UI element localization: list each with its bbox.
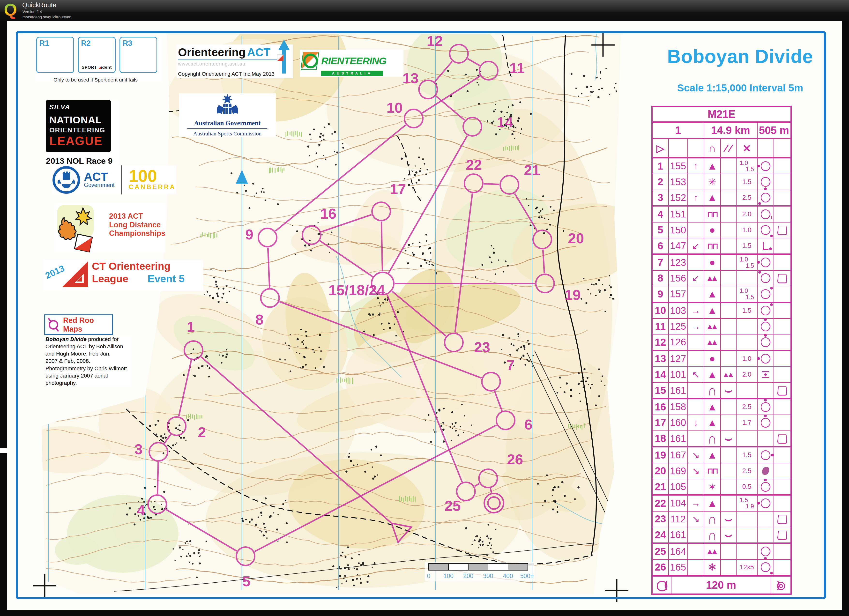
control-cell (721, 559, 737, 575)
app-version: Version 2.4 (22, 10, 42, 14)
control-cell: ⊓⊓ (704, 463, 721, 478)
control-cell: ⊓⊓ (704, 238, 721, 253)
control-cell (758, 463, 774, 478)
control-number: 8 (652, 271, 669, 286)
control-code: 155 (669, 158, 688, 174)
relay-box-label: R2 (81, 39, 91, 48)
feature-symbol: ▲ (707, 192, 717, 203)
feature-symbol: ⊓⊓ (707, 241, 717, 251)
sportident-logo: SPORT ◢ident (79, 65, 115, 70)
control-number: 17 (652, 415, 669, 430)
credits-line: and Hugh Moore, Feb-Jun, (45, 350, 131, 357)
scan-notch (0, 448, 7, 453)
hill-icon: ∩ (704, 139, 721, 157)
feature-symbol: ⊓⊓ (707, 210, 717, 219)
control-cell: ▲▲ (704, 544, 721, 559)
feature-symbol: ⌣ (724, 432, 732, 445)
control-number: 12 (652, 335, 669, 350)
copyright-text: Copyright Orienteering ACT Inc,May 2013 (178, 71, 292, 77)
control-cell (758, 139, 774, 157)
control-cell (758, 286, 774, 302)
control-cell (774, 544, 791, 559)
control-cell (758, 399, 774, 415)
control-code: 164 (669, 544, 688, 559)
flag-pos-icon (761, 306, 770, 315)
control-map-number: 13 (402, 70, 419, 86)
control-cell (721, 174, 737, 189)
oa-flag-icon (301, 51, 321, 71)
relay-box: R2SPORT ◢ident (78, 37, 116, 73)
control-number: 22 (652, 495, 669, 511)
control-code: 126 (669, 335, 688, 350)
direction-arrow (688, 382, 705, 398)
control-row: 6147↙⊓⊓1.5 (652, 238, 791, 255)
dimension-value: 1.01.5 (737, 255, 758, 270)
control-cell (758, 335, 774, 350)
control-cell: ● (704, 351, 721, 366)
control-cell: ▲ (704, 190, 721, 205)
control-cell (774, 448, 791, 463)
control-code: 161 (669, 527, 688, 543)
feature-symbol: ● (709, 353, 715, 365)
dimension-value: 2.5 (737, 190, 758, 205)
control-cell: ▲ (704, 286, 721, 302)
oa-wordmark: RIENTEERING (321, 55, 386, 67)
flag-pos-icon (761, 338, 770, 347)
control-cell (758, 319, 774, 334)
course-leg (381, 222, 383, 271)
control-number: 26 (652, 559, 669, 575)
control-cell (721, 495, 737, 511)
control-cell (758, 174, 774, 189)
credits-line: using January 2007 aerial (45, 372, 131, 379)
control-row: M21E (652, 107, 791, 123)
feature-symbol: ∩ (708, 382, 717, 399)
control-code: 167 (669, 448, 688, 463)
control-row: 114.9 km505 m (652, 123, 791, 139)
oact-wordmark: Orienteering (178, 46, 246, 58)
control-cell (721, 271, 737, 286)
feature-symbol: ∩ (708, 511, 717, 527)
control-row: 22104→▲1.51.9 (652, 495, 791, 511)
control-cell (774, 174, 791, 189)
control-cell (774, 223, 791, 238)
control-row: 14101↖▲▲▲2.0 (652, 367, 791, 382)
control-cell (758, 190, 774, 205)
dimension-value: 2.0 (737, 207, 758, 222)
feature-symbol: ✶ (708, 481, 716, 493)
feature-symbol: ▲ (707, 288, 717, 300)
dimension-value (737, 527, 758, 543)
control-map-number: 16 (320, 205, 337, 222)
control-cell (721, 207, 737, 222)
dimension-value: 2.5 (737, 463, 758, 478)
control-row: ▷∩∕ ∕✕ (652, 139, 791, 158)
control-cell (758, 351, 774, 366)
flag-pos-icon (761, 547, 770, 556)
control-number: 9 (652, 286, 669, 302)
water-cup-icon (777, 434, 787, 443)
act-league-logo: 2013 CT Orienteering League Event 5 (43, 260, 203, 291)
flag-pos-icon (761, 562, 770, 572)
control-map-number: 6 (524, 417, 532, 433)
control-cell: ∩ (704, 527, 721, 543)
control-cell (721, 303, 737, 318)
control-number: 16 (652, 399, 669, 415)
control-row: 10103→▲1.5 (652, 303, 791, 319)
control-number: 15 (652, 382, 669, 398)
control-number: 19 (652, 448, 669, 463)
credits-line: 2007 & Feb, 2008. (45, 357, 131, 365)
feature-symbol: ▲▲ (722, 370, 734, 379)
control-cell: ● (704, 223, 721, 238)
direction-arrow (688, 544, 705, 559)
water-cup-icon (777, 531, 787, 540)
relay-box: R1 (36, 37, 74, 73)
control-cell (774, 139, 791, 157)
control-map-number: 5 (242, 573, 250, 589)
feature-symbol: ⌣ (724, 512, 732, 526)
control-cell (774, 367, 791, 382)
control-map-number: 25 (445, 498, 461, 514)
control-cell (774, 463, 791, 478)
control-number: 21 (652, 479, 669, 494)
flag-pos-icon (761, 177, 770, 187)
control-number: 1 (652, 158, 669, 174)
oact-arrow-icon (277, 40, 294, 76)
